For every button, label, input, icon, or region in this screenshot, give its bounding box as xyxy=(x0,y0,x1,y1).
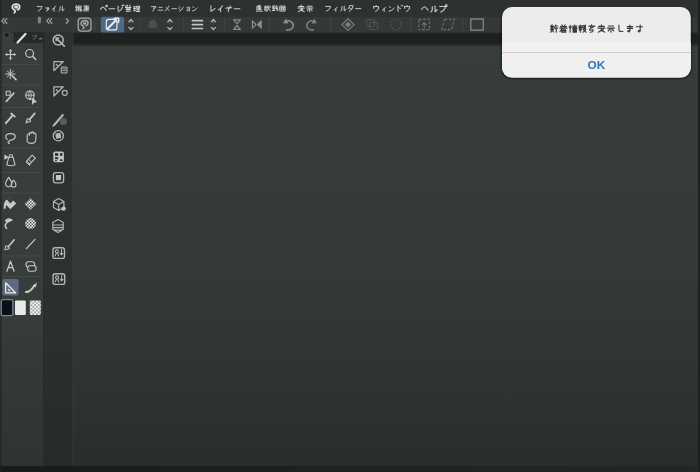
svg-text:OK: OK xyxy=(588,58,606,72)
